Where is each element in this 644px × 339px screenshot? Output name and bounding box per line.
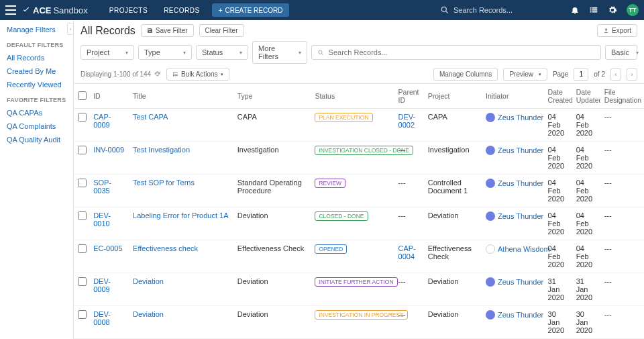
record-title-link[interactable]: Labeling Error for Product 1A xyxy=(133,211,228,220)
record-id-link[interactable]: DEV-0009 xyxy=(93,277,111,293)
type-filter[interactable]: Type▾ xyxy=(138,45,192,60)
record-id-link[interactable]: SOP-0035 xyxy=(93,179,111,195)
manage-columns-button[interactable]: Manage Columns xyxy=(433,68,498,81)
top-search[interactable] xyxy=(440,5,561,15)
project-cell: Deviation xyxy=(424,273,482,306)
record-id-link[interactable]: DEV-0008 xyxy=(93,310,111,326)
sidebar-item-all-records[interactable]: All Records xyxy=(7,54,66,62)
col-dc-header[interactable]: Date Created xyxy=(544,84,572,109)
menu-icon[interactable] xyxy=(5,5,16,15)
record-title-link[interactable]: Deviation xyxy=(133,310,164,318)
row-checkbox[interactable] xyxy=(78,244,87,253)
col-fd-header[interactable]: File Designation xyxy=(600,84,644,109)
page-input[interactable] xyxy=(574,68,588,81)
parent-link[interactable]: DEV-0002 xyxy=(398,113,416,129)
row-checkbox[interactable] xyxy=(78,277,87,286)
display-count: Displaying 1-100 of 144 xyxy=(80,70,161,78)
nav-projects[interactable]: PROJECTS xyxy=(101,0,156,20)
select-all-checkbox[interactable] xyxy=(78,91,87,100)
next-page-button[interactable]: › xyxy=(627,68,637,81)
logo[interactable]: ACE Sandbox xyxy=(21,5,88,15)
records-table: ID Title Type Status Parent ID Project I… xyxy=(74,84,644,339)
initiator-link[interactable]: Zeus Thunder xyxy=(498,113,543,122)
col-title-header[interactable]: Title xyxy=(129,84,233,109)
parent-cell: CAP-0004 xyxy=(394,240,424,273)
initiator-link[interactable]: Athena Wisdom xyxy=(498,245,550,253)
manage-filters-link[interactable]: Manage Filters xyxy=(7,26,66,34)
row-checkbox[interactable] xyxy=(78,113,87,122)
clear-filter-button[interactable]: Clear Filter xyxy=(199,24,244,37)
row-checkbox[interactable] xyxy=(78,146,87,154)
sidebar-item-created-by-me[interactable]: Created By Me xyxy=(7,67,66,75)
refresh-icon[interactable] xyxy=(154,70,161,78)
preview-label: Preview xyxy=(509,70,533,78)
file-designation-cell: --- xyxy=(600,142,644,175)
svg-point-0 xyxy=(441,7,446,11)
record-id-link[interactable]: EC-0005 xyxy=(93,244,122,252)
sidebar-item-qa-complaints[interactable]: QA Complaints xyxy=(7,122,66,130)
initiator-link[interactable]: Zeus Thunder xyxy=(498,146,543,154)
save-filter-button[interactable]: Save Filter xyxy=(141,24,194,37)
col-initiator-header[interactable]: Initiator xyxy=(482,84,544,109)
top-search-input[interactable] xyxy=(453,6,547,14)
sidebar-item-qa-quality-audit[interactable]: QA Quality Audit xyxy=(7,136,66,144)
checklist-icon xyxy=(172,71,178,77)
record-id-link[interactable]: CAP-0009 xyxy=(93,113,111,129)
avatar-icon xyxy=(486,146,495,155)
main-search-input[interactable] xyxy=(329,48,595,56)
status-filter[interactable]: Status▾ xyxy=(196,45,248,60)
col-du-header[interactable]: Date Updated xyxy=(572,84,600,109)
table-row: INV-0009 Test Investigation Investigatio… xyxy=(74,142,644,175)
record-title-link[interactable]: Test SOP for Terns xyxy=(133,179,195,187)
col-type-header[interactable]: Type xyxy=(233,84,311,109)
file-designation-cell: --- xyxy=(600,207,644,240)
nav-records[interactable]: RECORDS xyxy=(156,0,208,20)
col-status-header[interactable]: Status xyxy=(311,84,394,109)
record-id-link[interactable]: INV-0009 xyxy=(93,146,124,154)
avatar[interactable]: TT xyxy=(627,4,639,16)
table-row: DEV-0009 Deviation Deviation INITIATE FU… xyxy=(74,273,644,306)
more-filters[interactable]: More Filters▾ xyxy=(252,41,307,64)
export-button[interactable]: Export xyxy=(597,24,637,37)
preview-button[interactable]: Preview▾ xyxy=(503,68,547,81)
topnav: PROJECTS RECORDS + CREATE RECORD xyxy=(101,0,290,20)
default-filters-heading: DEFAULT FILTERS xyxy=(7,42,66,48)
search-icon xyxy=(440,5,449,15)
main-search[interactable] xyxy=(311,45,601,60)
project-filter[interactable]: Project▾ xyxy=(80,45,134,60)
record-title-link[interactable]: Test CAPA xyxy=(133,113,168,121)
svg-line-1 xyxy=(446,11,448,13)
basic-toggle[interactable]: Basic▾ xyxy=(605,45,637,60)
create-record-button[interactable]: + CREATE RECORD xyxy=(212,3,290,17)
list-icon[interactable] xyxy=(589,5,598,15)
parent-cell: DEV-0002 xyxy=(394,109,424,142)
row-checkbox[interactable] xyxy=(78,310,87,319)
record-id-link[interactable]: DEV-0010 xyxy=(93,211,111,228)
bulk-actions-button[interactable]: Bulk Actions ▾ xyxy=(166,68,229,81)
bell-icon[interactable] xyxy=(570,5,580,15)
initiator-link[interactable]: Zeus Thunder xyxy=(498,278,543,286)
date-created-cell: 04 Feb 2020 xyxy=(544,175,572,207)
project-filter-label: Project xyxy=(87,48,109,56)
col-id-header[interactable]: ID xyxy=(89,84,129,109)
sidebar-item-recently-viewed[interactable]: Recently Viewed xyxy=(7,81,66,89)
prev-page-button[interactable]: ‹ xyxy=(610,68,621,81)
sidebar-item-qa-capas[interactable]: QA CAPAs xyxy=(7,109,66,117)
record-title-link[interactable]: Effectiveness check xyxy=(133,244,198,252)
gear-icon[interactable] xyxy=(608,5,617,15)
row-checkbox[interactable] xyxy=(78,211,87,220)
topbar: ACE Sandbox PROJECTS RECORDS + CREATE RE… xyxy=(0,0,644,20)
initiator-link[interactable]: Zeus Thunder xyxy=(498,311,543,319)
col-parent-header[interactable]: Parent ID xyxy=(394,84,424,109)
record-title-link[interactable]: Deviation xyxy=(133,277,164,285)
initiator-link[interactable]: Zeus Thunder xyxy=(498,212,543,220)
records-table-wrap[interactable]: ID Title Type Status Parent ID Project I… xyxy=(74,83,644,339)
svg-line-9 xyxy=(322,53,323,54)
record-title-link[interactable]: Test Investigation xyxy=(133,146,190,154)
row-checkbox[interactable] xyxy=(78,179,87,187)
initiator-link[interactable]: Zeus Thunder xyxy=(498,179,543,187)
chevron-down-icon: ▾ xyxy=(221,72,223,77)
collapse-sidebar-button[interactable]: ‹ xyxy=(67,23,74,35)
parent-link[interactable]: CAP-0004 xyxy=(398,244,416,260)
col-project-header[interactable]: Project xyxy=(424,84,482,109)
